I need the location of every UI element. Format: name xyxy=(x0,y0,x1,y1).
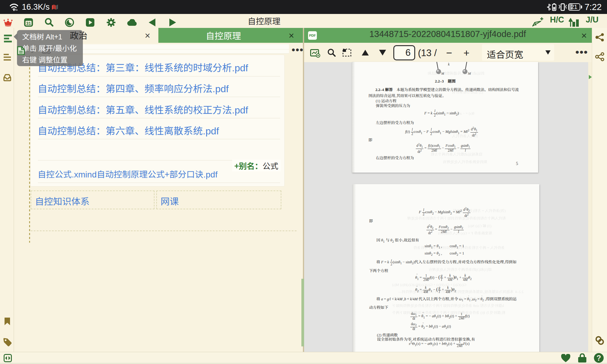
svg-text:31: 31 xyxy=(26,21,31,26)
